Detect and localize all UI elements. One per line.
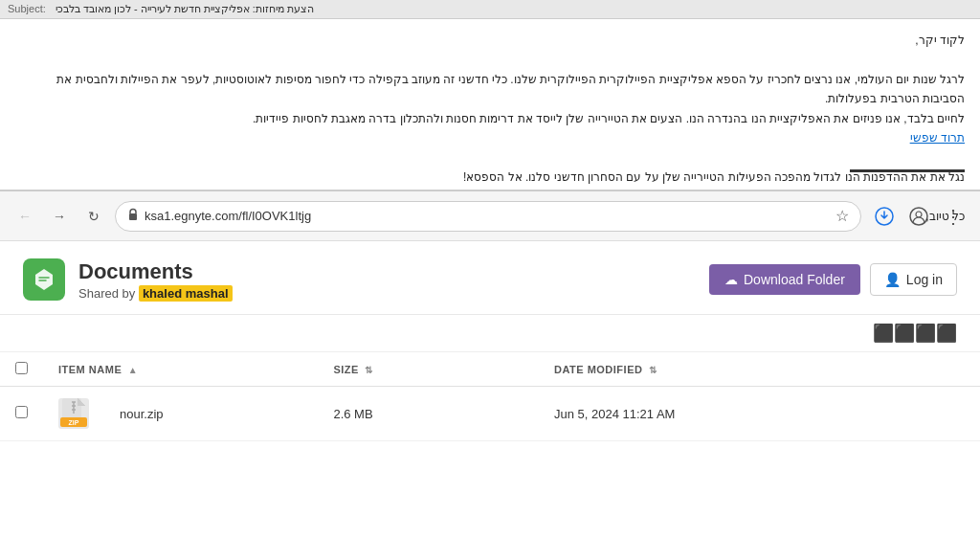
email-body: לקוד יקר, לרגל שנות יום העולמי, אנו נרצי…: [0, 19, 980, 237]
egnyte-branding: Documents Shared by khaled mashal: [23, 258, 233, 301]
email-signature: כל טיוב,: [15, 207, 965, 226]
email-paragraph-2: לחיים בלבד, אנו פניזים את האפליקציית הנו…: [15, 109, 965, 128]
file-icon-cell: ZIP: [43, 387, 104, 441]
table-header: ITEM NAME ▲ SIZE ⇅ DATE MODIFIED ⇅: [0, 352, 980, 387]
egnyte-header: Documents Shared by khaled mashal ☁ Down…: [0, 241, 980, 315]
file-date-cell: Jun 5, 2024 11:21 AM: [539, 387, 980, 441]
egnyte-title-block: Documents Shared by khaled mashal: [78, 259, 233, 301]
file-type-icon: ZIP: [58, 398, 89, 429]
view-toggle-bar: ⬛⬛⬛⬛: [0, 315, 980, 352]
email-subject-bar: Subject: הצעת מיחזות: אפליקציית חדשת לעי…: [0, 0, 980, 19]
cloud-upload-icon: ☁: [724, 272, 738, 287]
file-table: ITEM NAME ▲ SIZE ⇅ DATE MODIFIED ⇅: [0, 352, 980, 441]
download-folder-button[interactable]: ☁ Download Folder: [709, 264, 860, 295]
row-checkbox-cell: [0, 387, 43, 441]
shared-by-text: Shared by khaled mashal: [78, 286, 233, 301]
svg-text:ZIP: ZIP: [69, 419, 79, 426]
size-header[interactable]: SIZE ⇅: [318, 352, 539, 387]
email-section: Subject: הצעת מיחזות: אפליקציית חדשת לעי…: [0, 0, 980, 191]
file-name-cell[interactable]: nour.zip: [104, 387, 318, 441]
select-all-header: [0, 352, 43, 387]
date-sort-icon: ⇅: [649, 365, 657, 375]
login-button[interactable]: 👤 Log in: [870, 263, 957, 296]
email-quote: נגל את את ההדפנות הנו לגדול מהפכה הפעילו…: [15, 168, 965, 187]
file-list: ZIP nour.zip 2.6 MB Jun 5, 2024 11:21 AM: [0, 387, 980, 441]
file-size-cell: 2.6 MB: [318, 387, 539, 441]
table-row: ZIP nour.zip 2.6 MB Jun 5, 2024 11:21 AM: [0, 387, 980, 441]
egnyte-logo: [23, 258, 65, 301]
subject-label: Subject:: [8, 3, 46, 15]
name-sort-icon: ▲: [128, 365, 138, 375]
email-salutation: לקוד יקר,: [15, 31, 965, 50]
email-link[interactable]: תרוד שפשי: [910, 131, 965, 145]
grid-view-icon[interactable]: ⬛⬛⬛⬛: [873, 323, 957, 344]
egnyte-action-buttons: ☁ Download Folder 👤 Log in: [709, 263, 957, 296]
item-name-header[interactable]: ITEM NAME ▲: [43, 352, 318, 387]
size-sort-icon: ⇅: [365, 365, 373, 375]
subject-text: הצעת מיחזות: אפליקציית חדשת לעירייה - לכ…: [56, 3, 314, 15]
folder-title: Documents: [78, 259, 233, 284]
row-checkbox[interactable]: [15, 406, 28, 418]
content-wrapper: Documents Shared by khaled mashal ☁ Down…: [0, 241, 980, 560]
date-header[interactable]: DATE MODIFIED ⇅: [539, 352, 980, 387]
signature-line: [850, 169, 965, 172]
email-paragraph-1: לרגל שנות יום העולמי, אנו נרצים לחכריז ע…: [15, 70, 965, 109]
select-all-checkbox[interactable]: [15, 362, 28, 374]
shared-by-name: khaled mashal: [139, 285, 233, 302]
person-icon: 👤: [884, 272, 901, 287]
